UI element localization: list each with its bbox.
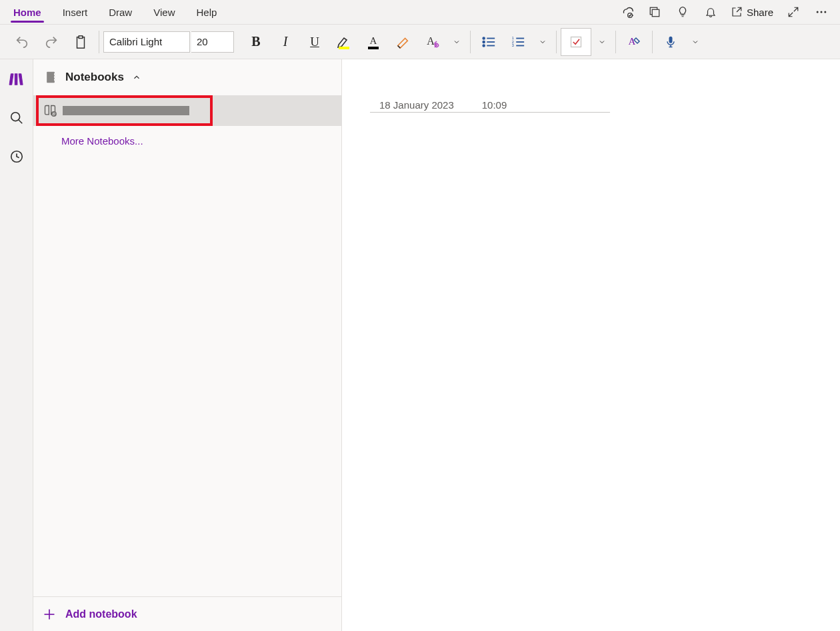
more-options-icon[interactable] [809, 1, 833, 23]
svg-rect-27 [669, 36, 673, 43]
share-icon [731, 6, 743, 18]
rail-search-button[interactable] [3, 105, 30, 131]
font-more-dropdown[interactable] [447, 28, 466, 56]
svg-rect-10 [368, 47, 379, 49]
rail-recent-button[interactable] [3, 143, 30, 170]
clipboard-button[interactable] [67, 28, 95, 56]
note-canvas[interactable]: 18 January 2023 10:09 [342, 59, 840, 631]
notebooks-icon [9, 72, 25, 87]
notification-bell-icon[interactable] [699, 1, 723, 23]
share-label: Share [747, 7, 773, 18]
svg-text:A: A [427, 35, 435, 47]
svg-point-3 [817, 11, 819, 13]
plus-icon [43, 608, 56, 621]
tab-draw[interactable]: Draw [98, 0, 143, 24]
lightbulb-icon[interactable] [671, 1, 695, 23]
notebook-name-redacted [63, 106, 189, 115]
add-notebook-label: Add notebook [65, 608, 137, 620]
font-name-input[interactable]: Calibri Light [103, 31, 190, 53]
list-more-dropdown[interactable] [533, 28, 552, 56]
svg-line-32 [18, 120, 22, 124]
svg-point-15 [483, 41, 485, 43]
notebook-item[interactable] [33, 95, 341, 126]
undo-button[interactable] [8, 28, 36, 56]
notebooks-header-label: Notebooks [65, 71, 124, 84]
bold-button[interactable]: B [242, 28, 270, 56]
share-button[interactable]: Share [727, 1, 777, 23]
svg-point-17 [483, 45, 485, 47]
nav-rail [0, 59, 33, 631]
numbered-list-button[interactable]: 1 2 3 [504, 28, 532, 56]
add-notebook-button[interactable]: Add notebook [33, 596, 341, 631]
svg-text:A: A [629, 36, 636, 47]
note-timestamp: 18 January 2023 10:09 [370, 99, 610, 113]
font-color-button[interactable]: A [359, 28, 387, 56]
svg-text:3: 3 [512, 43, 514, 47]
rail-notebooks-button[interactable] [3, 66, 30, 93]
tags-dropdown[interactable] [593, 28, 611, 56]
svg-point-5 [824, 11, 826, 13]
svg-point-31 [11, 113, 19, 121]
svg-rect-28 [9, 74, 13, 85]
dictate-dropdown[interactable] [686, 28, 705, 56]
todo-tag-button[interactable] [561, 28, 591, 56]
open-notebook-icon [43, 104, 57, 117]
dictate-button[interactable] [657, 28, 685, 56]
svg-point-13 [483, 37, 485, 39]
note-date-text: 18 January 2023 [379, 99, 454, 111]
svg-rect-34 [47, 72, 55, 83]
svg-rect-29 [15, 74, 17, 85]
ink-to-text-button[interactable]: A [620, 28, 648, 56]
svg-rect-30 [19, 74, 23, 85]
chevron-up-icon [132, 73, 141, 82]
tab-view[interactable]: View [143, 0, 185, 24]
underline-button[interactable]: U [301, 28, 329, 56]
redo-button[interactable] [37, 28, 65, 56]
tab-help[interactable]: Help [185, 0, 227, 24]
italic-button[interactable]: I [271, 28, 299, 56]
font-size-input[interactable]: 20 [191, 31, 234, 53]
more-notebooks-link[interactable]: More Notebooks... [33, 126, 341, 147]
fullscreen-icon[interactable] [781, 1, 805, 23]
tab-insert[interactable]: Insert [52, 0, 99, 24]
svg-rect-37 [54, 79, 56, 81]
tab-home[interactable]: Home [3, 0, 52, 24]
notebook-icon [44, 70, 57, 85]
svg-rect-2 [652, 9, 659, 17]
search-icon [9, 111, 24, 125]
menu-bar: Home Insert Draw View Help [0, 0, 840, 24]
svg-point-4 [821, 11, 823, 13]
svg-rect-35 [54, 73, 56, 75]
svg-rect-8 [339, 47, 349, 49]
clock-icon [9, 149, 24, 164]
feed-icon[interactable] [643, 1, 667, 23]
notebooks-header[interactable]: Notebooks [33, 59, 341, 95]
sync-status-icon[interactable] [615, 1, 639, 23]
highlight-button[interactable] [330, 28, 358, 56]
svg-rect-25 [571, 37, 581, 47]
svg-rect-7 [79, 35, 83, 38]
note-time-text: 10:09 [482, 99, 507, 111]
work-area: Notebooks More Notebooks... Add notebook… [0, 59, 840, 631]
ribbon: Calibri Light 20 B I U A [0, 24, 840, 59]
svg-rect-36 [54, 76, 56, 78]
styles-button[interactable]: A [418, 28, 446, 56]
bullet-list-button[interactable] [475, 28, 503, 56]
notebooks-panel: Notebooks More Notebooks... Add notebook [33, 59, 342, 631]
svg-text:A: A [370, 35, 377, 46]
clear-formatting-button[interactable] [389, 28, 417, 56]
